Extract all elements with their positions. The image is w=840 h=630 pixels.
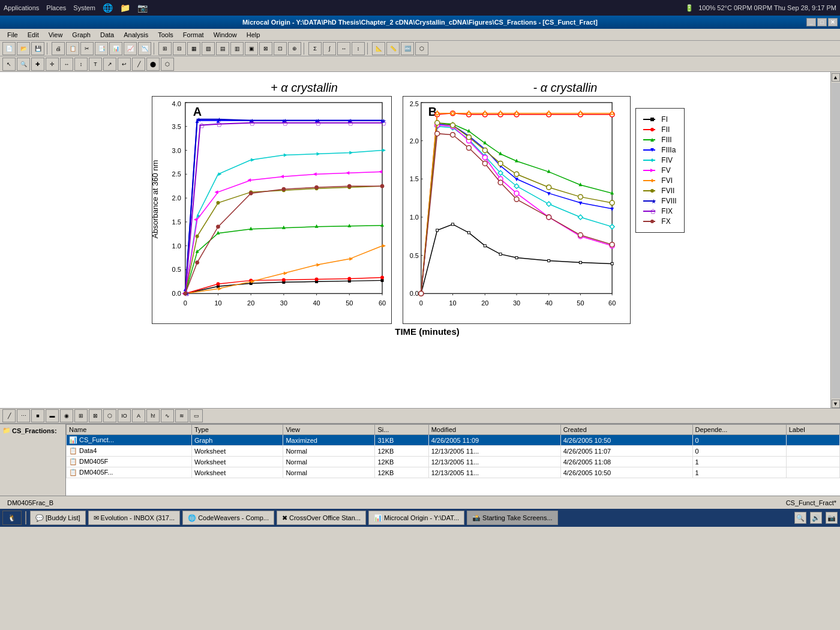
toolbar-1: 📄 📂 💾 🖨 📋 ✂ 📑 📊 📈 📉 ⊞ ⊟ ▦ ▧ ▤ ▥ ▣ ⊠ ⊡ ⊕ … [0,41,840,56]
move-tool[interactable]: ✛ [46,58,59,71]
right-scrollbar[interactable]: ▲ ▼ [830,72,840,408]
tb-btn-12[interactable]: ▤ [216,42,229,55]
taskbar-screenshot[interactable]: 📸 Starting Take Screens... [467,511,558,525]
close-button[interactable]: ✕ [828,18,838,26]
tb-btn-22[interactable]: 📐 [372,42,385,55]
tb-btn-15[interactable]: ⊠ [259,42,272,55]
poly-tool[interactable]: ⬡ [161,58,174,71]
draw-btn-6[interactable]: ⊞ [74,409,88,422]
tb-btn-17[interactable]: ⊕ [288,42,301,55]
tb-btn-13[interactable]: ▥ [230,42,244,55]
cross-tool[interactable]: ✚ [31,58,44,71]
draw-btn-8[interactable]: ⬡ [103,409,116,422]
table-cell: 📋DM0405F [67,457,192,467]
taskbar-search-button[interactable]: 🔍 [794,512,806,524]
table-row[interactable]: 📋Data4WorksheetNormal12KB12/13/2005 11..… [67,446,840,457]
tb-btn-5[interactable]: 📊 [109,42,122,55]
menu-format[interactable]: Format [178,30,209,40]
svg-point-42 [217,282,220,286]
menu-help[interactable]: Help [242,30,265,40]
apps-menu[interactable]: Applications [4,4,39,11]
scroll-down-button[interactable]: ▼ [832,400,840,408]
new-button[interactable]: 📄 [2,42,16,55]
draw-btn-7[interactable]: ⊠ [89,409,102,422]
text-tool[interactable]: T [89,58,102,71]
table-row[interactable]: 📋DM0405FWorksheetNormal12KB12/13/2005 11… [67,457,840,467]
places-menu[interactable]: Places [46,4,66,11]
arrow-tool[interactable]: ↖ [2,58,16,71]
project-table-body: 📊CS_Funct...GraphMaximized31KB4/26/2005 … [67,435,840,478]
draw-btn-13[interactable]: ≋ [175,409,188,422]
table-cell: 1 [692,467,786,478]
tb-btn-18[interactable]: Σ [308,42,322,55]
legend-item-fiiia: FIIIa [643,146,676,154]
curve-tool[interactable]: ↩ [118,58,131,71]
draw-btn-12[interactable]: ∿ [161,409,174,422]
draw-btn-10[interactable]: A [132,409,145,422]
menu-data[interactable]: Data [95,30,119,40]
taskbar-origin[interactable]: 📊 Microcal Origin - Y:\DAT... [368,511,464,525]
legend-item-fiii: FIII [643,136,676,144]
tb-btn-9[interactable]: ⊟ [173,42,186,55]
tb-btn-25[interactable]: ⬡ [415,42,428,55]
tb-btn-21[interactable]: ↕ [352,42,365,55]
draw-btn-9[interactable]: IO [118,409,131,422]
menu-edit[interactable]: Edit [23,30,44,40]
maximize-button[interactable]: □ [817,18,827,26]
draw-btn-1[interactable]: ╱ [2,409,16,422]
table-cell [786,446,839,457]
menu-graph[interactable]: Graph [67,30,95,40]
window-controls[interactable]: _ □ ✕ [806,18,838,26]
svg-point-234 [547,215,551,220]
tb-btn-14[interactable]: ▣ [245,42,258,55]
tb-btn-7[interactable]: 📉 [138,42,151,55]
draw-btn-5[interactable]: ◉ [60,409,73,422]
tb-btn-10[interactable]: ▦ [187,42,200,55]
svg-point-240 [650,128,654,131]
tb-btn-8[interactable]: ⊞ [158,42,172,55]
tb-btn-20[interactable]: ↔ [337,42,350,55]
start-button[interactable]: 🐧 [2,511,22,525]
taskbar-icon-2[interactable]: 📷 [826,512,838,524]
svg-rect-149 [452,223,454,226]
menu-analysis[interactable]: Analysis [119,30,153,40]
diagonal-tool[interactable]: ↗ [103,58,116,71]
scroll-up-button[interactable]: ▲ [832,73,840,82]
table-row[interactable]: 📋DM0405F...WorksheetNormal12KB12/13/2005… [67,467,840,478]
line-tool[interactable]: ╱ [132,58,145,71]
taskbar-codeweavers[interactable]: 🌐 CodeWeavers - Comp... [182,511,274,525]
print-button[interactable]: 🖨 [52,42,65,55]
open-button[interactable]: 📂 [17,42,30,55]
tb-btn-6[interactable]: 📈 [124,42,137,55]
save-button[interactable]: 💾 [31,42,44,55]
svg-text:⬠: ⬠ [250,120,256,127]
tb-btn-4[interactable]: 📑 [95,42,108,55]
taskbar-crossover[interactable]: ✖ CrossOver Office Stan... [277,511,366,525]
menu-file[interactable]: File [2,30,23,40]
draw-btn-4[interactable]: ▬ [46,409,59,422]
tb-btn-3[interactable]: ✂ [80,42,94,55]
table-row[interactable]: 📊CS_Funct...GraphMaximized31KB4/26/2005 … [67,435,840,446]
tb-btn-23[interactable]: 📏 [386,42,400,55]
menu-window[interactable]: Window [209,30,242,40]
taskbar-buddy[interactable]: 💬 [Buddy List] [30,511,86,525]
h-resize[interactable]: ↔ [60,58,73,71]
taskbar-icon-1[interactable]: 🔊 [810,512,822,524]
minimize-button[interactable]: _ [806,18,816,26]
tb-btn-2[interactable]: 📋 [66,42,79,55]
menu-tools[interactable]: Tools [153,30,178,40]
draw-btn-14[interactable]: ▭ [190,409,203,422]
taskbar-evolution[interactable]: ✉ Evolution - INBOX (317... [88,511,181,525]
draw-btn-3[interactable]: ■ [31,409,44,422]
tb-btn-16[interactable]: ⊡ [274,42,287,55]
system-menu[interactable]: System [73,4,95,11]
shape-tool[interactable]: ⬤ [146,58,160,71]
v-resize[interactable]: ↕ [74,58,88,71]
tb-btn-19[interactable]: ∫ [323,42,336,55]
menu-view[interactable]: View [44,30,68,40]
draw-btn-2[interactable]: ⋯ [17,409,30,422]
tb-btn-24[interactable]: 🔤 [401,42,414,55]
tb-btn-11[interactable]: ▧ [202,42,215,55]
draw-btn-11[interactable]: h! [146,409,160,422]
magnify-tool[interactable]: 🔍 [17,58,30,71]
